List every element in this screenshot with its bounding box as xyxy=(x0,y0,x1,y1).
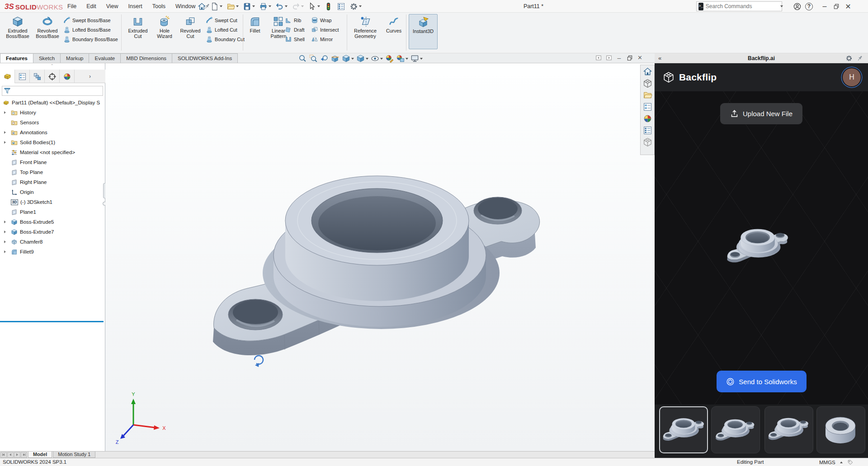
tab-scroll-first-icon[interactable] xyxy=(0,452,7,458)
search-input[interactable] xyxy=(706,3,776,9)
boundary-boss-base-button[interactable]: Boundary Boss/Base xyxy=(63,35,118,43)
curves-button[interactable]: Curves xyxy=(382,14,405,33)
appearances-icon[interactable] xyxy=(643,114,652,123)
wrap-button[interactable]: Wrap xyxy=(311,16,339,24)
pane-right-icon[interactable] xyxy=(605,54,613,61)
tree-item-sensors[interactable]: Sensors xyxy=(0,118,105,127)
tab-scroll-next-icon[interactable] xyxy=(14,452,20,458)
dropdown-caret-icon[interactable] xyxy=(269,5,271,7)
feature-manager-tab[interactable] xyxy=(0,70,15,83)
property-manager-tab[interactable] xyxy=(15,70,30,83)
graphics-viewport[interactable]: Y X Z xyxy=(105,63,655,451)
menu-edit[interactable]: Edit xyxy=(81,0,101,13)
tree-item-annotations[interactable]: Annotations xyxy=(0,127,105,137)
upload-new-file-button[interactable]: Upload New File xyxy=(720,103,802,124)
tab-evaluate[interactable]: Evaluate xyxy=(89,53,121,63)
tab-markup[interactable]: Markup xyxy=(60,53,89,63)
thumbnail-flange-2[interactable] xyxy=(711,406,760,453)
expand-arrow-icon[interactable] xyxy=(4,231,6,233)
tree-item-fillet9[interactable]: Fillet9 xyxy=(0,247,105,257)
zoom-to-fit-button[interactable] xyxy=(298,54,307,63)
status-units[interactable]: MMGS xyxy=(819,460,835,465)
display-style-button[interactable] xyxy=(356,54,368,63)
tree-item-right-plane[interactable]: Right Plane xyxy=(0,177,105,187)
options-button[interactable] xyxy=(348,1,363,12)
open-button[interactable] xyxy=(225,1,240,12)
tree-item-origin[interactable]: Origin xyxy=(0,187,105,197)
file-properties-button[interactable] xyxy=(335,1,347,12)
view-palette-icon[interactable] xyxy=(643,102,652,112)
rib-button[interactable]: Rib xyxy=(285,16,305,24)
tree-item-chamfer8[interactable]: Chamfer8 xyxy=(0,237,105,247)
tree-item-boss-extrude7[interactable]: Boss-Extrude7 xyxy=(0,227,105,237)
tree-item-plane1[interactable]: Plane1 xyxy=(0,207,105,217)
home-button[interactable] xyxy=(196,1,208,12)
menu-file[interactable]: File xyxy=(62,0,81,13)
view-orientation-button[interactable] xyxy=(342,54,354,63)
zoom-to-area-button[interactable] xyxy=(309,54,318,63)
close-button[interactable]: ✕ xyxy=(842,0,854,12)
boundary-cut-button[interactable]: Boundary Cut xyxy=(206,35,245,43)
doc-close-button[interactable]: ✕ xyxy=(636,54,644,61)
edit-appearance-button[interactable] xyxy=(385,54,394,63)
user-avatar[interactable]: H xyxy=(843,68,861,86)
design-library-icon[interactable] xyxy=(643,79,652,88)
shell-button[interactable]: Shell xyxy=(285,35,305,43)
tab-scroll-last-icon[interactable] xyxy=(21,452,27,458)
restore-button[interactable] xyxy=(830,0,842,12)
select-tool-button[interactable] xyxy=(307,1,321,12)
extruded-boss-base-button[interactable]: Extruded Boss/Base xyxy=(3,14,33,39)
thumbnail-flange-3[interactable] xyxy=(764,406,813,453)
dropdown-caret-icon[interactable] xyxy=(317,5,320,7)
previous-view-button[interactable] xyxy=(320,54,329,63)
dropdown-caret-icon[interactable] xyxy=(366,58,368,60)
tab-sketch[interactable]: Sketch xyxy=(33,53,61,63)
file-explorer-icon[interactable] xyxy=(643,90,652,100)
send-to-solidworks-button[interactable]: Send to Solidworks xyxy=(717,371,807,392)
tab-model[interactable]: Model xyxy=(28,452,52,458)
save-button[interactable] xyxy=(241,1,256,12)
tree-item-front-plane[interactable]: Front Plane xyxy=(0,157,105,167)
dropdown-caret-icon[interactable] xyxy=(380,58,383,60)
flange-part-model[interactable]: Y X Z xyxy=(105,63,655,451)
expand-arrow-icon[interactable] xyxy=(4,141,6,144)
menu-insert[interactable]: Insert xyxy=(123,0,147,13)
thumbnail-cylinder[interactable] xyxy=(816,406,865,453)
display-manager-tab[interactable] xyxy=(60,70,75,83)
minimize-button[interactable]: – xyxy=(819,0,830,12)
hole-wizard-button[interactable]: Hole Wizard xyxy=(152,14,177,39)
fillet-button[interactable]: Fillet xyxy=(245,14,265,33)
intersect-button[interactable]: Intersect xyxy=(311,26,339,34)
tree-item-part-root[interactable]: Part11 (Default) <<Default>_Display S xyxy=(0,98,105,108)
tree-collapse-icon[interactable]: ⌃ xyxy=(47,65,57,67)
tree-item-solid-bodies[interactable]: Solid Bodies(1) xyxy=(0,137,105,147)
panel-pin-icon[interactable] xyxy=(856,55,863,62)
dropdown-caret-icon[interactable] xyxy=(420,58,423,60)
doc-restore-button[interactable] xyxy=(626,54,633,61)
hide-show-items-button[interactable] xyxy=(371,54,383,63)
help-icon[interactable]: ? xyxy=(805,3,813,10)
lofted-boss-base-button[interactable]: Lofted Boss/Base xyxy=(63,26,118,34)
thumbnail-flange-1[interactable] xyxy=(659,406,708,453)
dropdown-caret-icon[interactable] xyxy=(359,5,362,7)
dropdown-caret-icon[interactable] xyxy=(351,58,354,60)
doc-minimize-button[interactable]: – xyxy=(615,54,623,61)
task-home-icon[interactable] xyxy=(643,67,652,76)
mirror-button[interactable]: Mirror xyxy=(311,35,339,43)
redo-button[interactable] xyxy=(290,1,305,12)
expand-arrow-icon[interactable] xyxy=(4,240,6,243)
instant3d-button[interactable]: Instant3D xyxy=(409,14,438,49)
tree-item-boss-extrude5[interactable]: Boss-Extrude5 xyxy=(0,217,105,227)
panel-settings-icon[interactable] xyxy=(845,55,853,62)
dropdown-caret-icon[interactable] xyxy=(285,5,288,7)
search-commands-box[interactable]: >_ xyxy=(696,1,782,11)
lofted-cut-button[interactable]: Lofted Cut xyxy=(206,26,245,34)
units-caret-icon[interactable] xyxy=(840,461,843,463)
tree-item-top-plane[interactable]: Top Plane xyxy=(0,167,105,177)
dropdown-caret-icon[interactable] xyxy=(780,5,783,7)
dropdown-caret-icon[interactable] xyxy=(406,58,408,60)
apply-scene-button[interactable] xyxy=(396,54,408,63)
revolved-boss-base-button[interactable]: Revolved Boss/Base xyxy=(33,14,62,39)
tab-scroll-prev-icon[interactable] xyxy=(7,452,14,458)
tab-mbd-dimensions[interactable]: MBD Dimensions xyxy=(120,53,172,63)
